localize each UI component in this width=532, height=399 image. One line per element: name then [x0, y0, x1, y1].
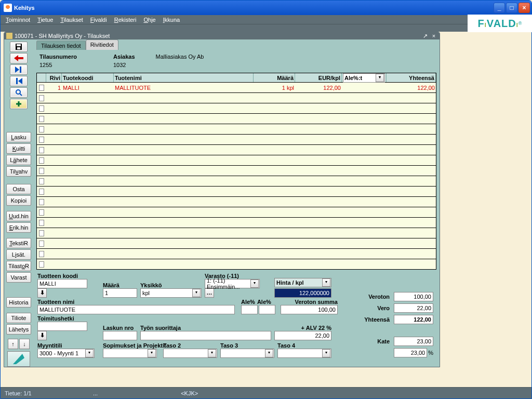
btn-kuitti[interactable]: Kuitti [6, 143, 31, 154]
toimitushetki-cal[interactable]: ⬇ [37, 331, 47, 340]
row-checkbox[interactable] [39, 126, 44, 132]
laskun-nro-input[interactable] [103, 331, 137, 340]
table-row[interactable] [37, 238, 436, 249]
row-checkbox[interactable] [39, 137, 44, 143]
btn-historia[interactable]: Historia [6, 297, 31, 308]
tuotteen-koodi-input[interactable] [37, 279, 87, 288]
row-checkbox[interactable] [39, 241, 44, 247]
inner-title: 100071 - SH Malliyritys Oy - Tilaukset [15, 33, 420, 39]
grid-header-maara: Määrä [254, 73, 295, 82]
menu-fivaldi[interactable]: Fivaldi [88, 16, 109, 23]
ale2-input[interactable] [259, 305, 275, 314]
back-icon[interactable] [10, 53, 28, 63]
yksikko-select[interactable]: kpl [140, 288, 202, 298]
table-row[interactable] [37, 249, 436, 259]
tyon-suorittaja-input[interactable] [140, 331, 271, 340]
btn-erikhin[interactable]: Erik.hin [6, 222, 31, 233]
zoom-icon[interactable] [10, 87, 28, 98]
table-row[interactable] [37, 93, 436, 103]
table-row[interactable] [37, 155, 436, 166]
maximize-button[interactable]: □ [506, 3, 517, 13]
tuotteen-nimi-input[interactable] [37, 305, 235, 314]
btn-down[interactable]: ↓ [19, 339, 30, 349]
tuotteen-koodi-lookup[interactable]: ⬇ [37, 288, 47, 298]
row-checkbox[interactable] [39, 251, 44, 257]
row-checkbox[interactable] [39, 157, 44, 164]
btn-lasku[interactable]: Lasku [6, 132, 31, 142]
menu-toiminnot[interactable]: Toiminnot [4, 16, 32, 23]
table-row[interactable] [37, 114, 436, 124]
table-row[interactable] [37, 103, 436, 114]
btn-tekstir[interactable]: TekstiR [6, 238, 31, 248]
tab-tilauksen-tiedot[interactable]: Tilauksen tiedot [36, 41, 86, 50]
row-checkbox[interactable] [39, 116, 44, 122]
tab-rivitiedot[interactable]: Rivitiedot [86, 39, 118, 50]
row-checkbox[interactable] [39, 178, 44, 184]
prev-icon[interactable] [10, 76, 28, 86]
maara-input[interactable] [103, 288, 137, 298]
myyntitili-select[interactable]: 3000 - Myynti 1 [37, 349, 95, 358]
table-row[interactable] [37, 218, 436, 228]
veroton-value: 100,00 [394, 292, 433, 301]
btn-tilvahv[interactable]: Tilvahv [6, 166, 31, 177]
btn-lahetys[interactable]: Lähetys [6, 324, 31, 335]
table-row[interactable] [37, 124, 436, 135]
table-row[interactable] [37, 207, 436, 218]
table-row[interactable] [37, 166, 436, 176]
btn-up[interactable]: ↑ [8, 339, 18, 349]
add-icon[interactable] [10, 99, 28, 109]
menu-ohje[interactable]: Ohje [141, 16, 157, 23]
btn-tiliote[interactable]: Tiliote [6, 313, 31, 323]
row-checkbox[interactable] [39, 95, 44, 101]
menu-tilaukset[interactable]: Tilaukset [58, 16, 85, 23]
menu-rekisteri[interactable]: Rekisteri [112, 16, 139, 23]
veroton-summa-input[interactable] [281, 305, 338, 314]
btn-lisat[interactable]: Lisät. [6, 249, 31, 260]
menu-ikkuna[interactable]: Ikkuna [161, 16, 182, 23]
hinta-select[interactable]: Hinta / kpl [274, 278, 331, 287]
row-checkbox[interactable] [39, 209, 44, 216]
inner-restore-button[interactable]: ↗ [421, 32, 429, 39]
row-checkbox[interactable] [39, 85, 44, 91]
btn-varast[interactable]: Varast [6, 272, 31, 283]
table-row[interactable]: 1MALLIMALLITUOTE1 kpl122,00122,00 [37, 83, 436, 93]
btn-logo[interactable] [7, 351, 30, 367]
toimitushetki-input[interactable] [37, 322, 87, 331]
table-row[interactable] [37, 176, 436, 187]
row-checkbox[interactable] [39, 261, 44, 268]
btn-uudhin[interactable]: Uud.hin [6, 211, 31, 221]
taso3-label: Taso 3 [220, 342, 274, 349]
taso3-select[interactable] [220, 349, 274, 358]
table-row[interactable] [37, 145, 436, 155]
next-icon[interactable] [10, 64, 28, 75]
close-button[interactable]: × [518, 3, 530, 13]
inner-close-button[interactable]: × [430, 32, 437, 39]
table-row[interactable] [37, 187, 436, 197]
row-checkbox[interactable] [39, 147, 44, 153]
varasto-select[interactable]: 1: (-11) Ensimmäin... [205, 279, 260, 288]
btn-osta[interactable]: Osta [6, 184, 31, 194]
btn-kopioi[interactable]: Kopioi [6, 195, 31, 206]
taso2-select[interactable] [163, 349, 217, 358]
row-checkbox[interactable] [39, 220, 44, 226]
row-checkbox[interactable] [39, 199, 44, 205]
row-checkbox[interactable] [39, 105, 44, 112]
ale1-input[interactable] [241, 305, 258, 314]
sopimukset-select[interactable] [103, 349, 157, 358]
taso4-select[interactable] [277, 349, 331, 358]
table-row[interactable] [37, 135, 436, 145]
btn-tilastor[interactable]: TilastoR [6, 261, 31, 271]
row-checkbox[interactable] [39, 189, 44, 195]
btn-lahete[interactable]: Lähete [6, 155, 31, 165]
hinta-input[interactable] [274, 288, 331, 298]
minimize-button[interactable]: _ [494, 3, 505, 13]
save-icon[interactable] [10, 42, 28, 52]
table-row[interactable] [37, 259, 436, 270]
menu-tietue[interactable]: Tietue [35, 16, 55, 23]
kate-value: 23,00 [394, 337, 433, 346]
row-checkbox[interactable] [39, 230, 44, 236]
alv-input[interactable] [274, 331, 331, 340]
row-checkbox[interactable] [39, 168, 44, 174]
table-row[interactable] [37, 197, 436, 207]
table-row[interactable] [37, 228, 436, 238]
